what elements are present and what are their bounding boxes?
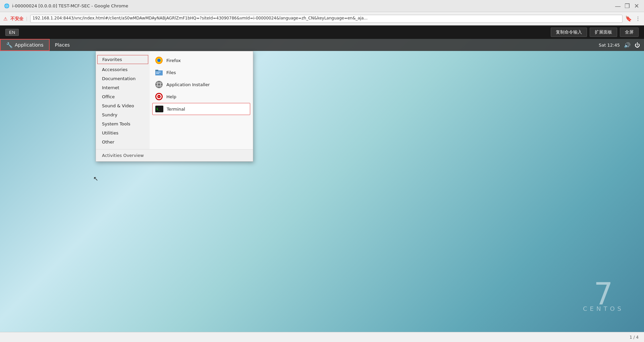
category-item-sundry[interactable]: Sundry — [96, 110, 150, 119]
menu-icon[interactable]: ⋮ — [635, 15, 641, 22]
category-item-internet[interactable]: Internet — [96, 83, 150, 92]
terminal-icon: $_ — [155, 105, 163, 113]
app-label-terminal: Terminal — [167, 107, 185, 112]
svg-point-2 — [157, 59, 161, 62]
category-item-favorites[interactable]: Favorites — [97, 55, 148, 64]
svg-text:$_: $_ — [156, 107, 160, 111]
app-item-installer[interactable]: Application Installer — [152, 79, 250, 90]
browser-window-controls[interactable]: — ❐ ✕ — [614, 2, 640, 9]
browser-favicon: 🌐 — [4, 3, 9, 9]
action-buttons: 复制命令输入 扩展面板 全屏 — [551, 27, 639, 37]
applications-icon: 🔧 — [6, 42, 13, 48]
svg-rect-10 — [159, 81, 159, 82]
svg-rect-3 — [155, 70, 163, 75]
activities-overview[interactable]: Activities Overview — [96, 149, 253, 161]
app-item-firefox[interactable]: Firefox — [152, 55, 250, 66]
category-item-utilities[interactable]: Utilities — [96, 128, 150, 137]
bookmark-icon[interactable]: 🔖 — [625, 15, 632, 22]
browser-address-bar: ⚠ 不安全 | 192.168.1.204:8443/vnc/index.htm… — [0, 12, 644, 25]
app-label-files: Files — [166, 70, 176, 75]
top-action-bar: EN 复制命令输入 扩展面板 全屏 — [0, 25, 644, 39]
browser-title: i-00000024 [0.0.0.0] TEST-MCF-SEC - Goog… — [12, 3, 128, 8]
vnc-wrapper: 🔧 Applications Places Sat 12:45 🔊 ⏻ — [0, 39, 644, 332]
panel-right: Sat 12:45 🔊 ⏻ — [599, 42, 644, 48]
app-label-firefox: Firefox — [166, 58, 181, 63]
maximize-button[interactable]: ❐ — [624, 2, 631, 9]
installer-icon — [155, 80, 163, 89]
help-icon: ? — [155, 93, 163, 101]
applications-menu-button[interactable]: 🔧 Applications — [0, 39, 50, 51]
svg-rect-12 — [156, 84, 157, 85]
extend-panel-button[interactable]: 扩展面板 — [590, 27, 617, 37]
centos-watermark: 7 CENTOS — [583, 279, 624, 312]
language-button[interactable]: EN — [5, 29, 19, 36]
category-item-system-tools[interactable]: System Tools — [96, 119, 150, 128]
svg-rect-11 — [159, 87, 159, 88]
address-url[interactable]: 192.168.1.204:8443/vnc/index.html#/clien… — [30, 15, 623, 23]
svg-rect-13 — [161, 84, 162, 85]
app-item-terminal[interactable]: $_ Terminal — [152, 103, 250, 115]
copy-command-button[interactable]: 复制命令输入 — [551, 27, 587, 37]
browser-title-left: 🌐 i-00000024 [0.0.0.0] TEST-MCF-SEC - Go… — [4, 3, 128, 9]
app-item-help[interactable]: ? Help — [152, 91, 250, 102]
category-item-office[interactable]: Office — [96, 92, 150, 101]
sound-icon[interactable]: 🔊 — [624, 42, 631, 48]
panel-clock: Sat 12:45 — [599, 43, 620, 48]
fullscreen-button[interactable]: 全屏 — [620, 27, 639, 37]
svg-rect-6 — [156, 73, 159, 74]
desktop-content: Favorites Accessories Documentation Inte… — [0, 51, 644, 332]
applications-label: Applications — [15, 42, 44, 48]
activities-overview-label: Activities Overview — [102, 153, 144, 158]
category-panel: Favorites Accessories Documentation Inte… — [96, 51, 150, 149]
firefox-icon — [155, 56, 163, 64]
app-item-files[interactable]: Files — [152, 67, 250, 78]
app-label-help: Help — [166, 94, 176, 99]
svg-rect-5 — [156, 72, 161, 72]
warning-icon: ⚠ — [3, 16, 8, 21]
places-label: Places — [55, 42, 70, 48]
gnome-panel: 🔧 Applications Places Sat 12:45 🔊 ⏻ — [0, 39, 644, 51]
separator: | — [26, 16, 28, 21]
svg-point-9 — [158, 83, 160, 86]
app-label-installer: Application Installer — [166, 82, 210, 87]
mouse-cursor: ↖ — [93, 175, 98, 182]
apps-panel: Firefox — [150, 51, 253, 149]
places-menu-button[interactable]: Places — [50, 39, 75, 51]
files-icon — [155, 68, 163, 76]
app-menu-popup: Favorites Accessories Documentation Inte… — [96, 51, 253, 162]
page-indicator: 1 / 4 — [630, 335, 639, 340]
browser-title-bar: 🌐 i-00000024 [0.0.0.0] TEST-MCF-SEC - Go… — [0, 0, 644, 12]
svg-rect-4 — [155, 70, 158, 71]
minimize-button[interactable]: — — [614, 2, 621, 9]
category-item-other[interactable]: Other — [96, 137, 150, 147]
browser-action-icons: 🔖 ⋮ — [625, 15, 641, 22]
category-item-documentation[interactable]: Documentation — [96, 74, 150, 83]
insecure-label: 不安全 — [10, 16, 23, 22]
svg-text:?: ? — [158, 94, 160, 99]
category-item-sound-video[interactable]: Sound & Video — [96, 101, 150, 110]
close-button[interactable]: ✕ — [633, 2, 640, 9]
power-icon[interactable]: ⏻ — [635, 42, 640, 48]
app-menu-body: Favorites Accessories Documentation Inte… — [96, 51, 253, 149]
gnome-panel-left: 🔧 Applications Places — [0, 39, 75, 51]
bottom-bar: 1 / 4 — [0, 332, 644, 342]
category-item-accessories[interactable]: Accessories — [96, 65, 150, 74]
centos-name: CENTOS — [583, 306, 624, 312]
vnc-desktop: 🔧 Applications Places Sat 12:45 🔊 ⏻ — [0, 39, 644, 332]
